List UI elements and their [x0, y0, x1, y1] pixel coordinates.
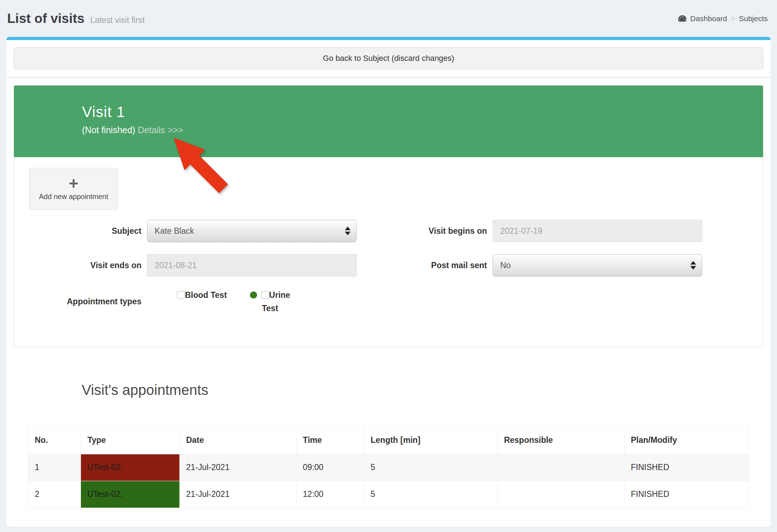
cell-length: 5	[364, 481, 497, 508]
col-plan: Plan/Modify	[624, 426, 749, 454]
subject-select[interactable]: Kate Black	[147, 220, 357, 242]
visit-ends-value: 2021-08-21	[155, 261, 197, 270]
cell-responsible	[497, 481, 624, 508]
main-card: Go back to Subject (discard changes) Vis…	[6, 37, 771, 527]
title-wrap: List of visits Latest visit first	[7, 11, 145, 26]
dashboard-icon	[678, 15, 686, 22]
visit-header: Visit 1 (Not finished) Details >>>	[14, 86, 763, 157]
visit-body: + Add new appointment Subject Kate Black…	[14, 157, 763, 347]
cell-responsible	[497, 454, 624, 481]
cell-type[interactable]: UTest-02,	[81, 454, 179, 481]
cell-length: 5	[364, 454, 497, 481]
breadcrumb: Dashboard > Subjects	[678, 14, 768, 23]
visit-title: Visit 1	[82, 103, 763, 121]
page-title: List of visits	[7, 11, 85, 26]
cell-date: 21-Jul-2021	[179, 481, 296, 508]
select-arrows-icon	[345, 227, 351, 235]
visit-status-line: (Not finished) Details >>>	[82, 125, 763, 135]
post-mail-select[interactable]: No	[493, 254, 702, 276]
go-back-button[interactable]: Go back to Subject (discard changes)	[14, 47, 763, 69]
plus-icon: +	[69, 177, 78, 190]
page-subtitle: Latest visit first	[90, 15, 145, 25]
urine-test-checkbox[interactable]	[261, 291, 269, 299]
visit-status: (Not finished)	[82, 125, 135, 135]
col-responsible: Responsible	[497, 426, 624, 454]
cell-plan: FINISHED	[624, 454, 749, 481]
page-header: List of visits Latest visit first Dashbo…	[0, 0, 777, 37]
subject-label: Subject	[29, 226, 147, 236]
col-no: No.	[28, 426, 81, 454]
cell-plan: FINISHED	[624, 481, 749, 508]
post-mail-label: Post mail sent	[357, 261, 493, 270]
visit-ends-input[interactable]: 2021-08-21	[147, 254, 357, 276]
add-appointment-button[interactable]: + Add new appointment	[29, 168, 118, 210]
col-time: Time	[296, 426, 364, 454]
breadcrumb-dashboard[interactable]: Dashboard	[690, 14, 727, 23]
table-row: 2 UTest-02, 21-Jul-2021 12:00 5 FINISHED	[28, 481, 749, 508]
select-arrows-icon	[690, 261, 696, 270]
cell-time: 09:00	[296, 454, 364, 481]
table-header-row: No. Type Date Time Length [min] Responsi…	[28, 426, 749, 454]
urine-test-option: Urine Test	[243, 289, 297, 315]
cell-no: 1	[28, 454, 81, 481]
visit-ends-label: Visit ends on	[29, 261, 147, 270]
visit-section: Visit 1 (Not finished) Details >>>	[6, 78, 771, 527]
cell-date: 21-Jul-2021	[179, 454, 296, 481]
visit-form: Subject Kate Black Visit begins on 2021-…	[29, 220, 749, 315]
visit-details-link[interactable]: Details >>>	[138, 125, 183, 135]
appointments-heading: Visit's appointments	[82, 382, 763, 398]
table-row: 1 UTest-02, 21-Jul-2021 09:00 5 FINISHED	[28, 454, 749, 481]
visit-begins-value: 2021-07-19	[500, 226, 542, 236]
add-appointment-label: Add new appointment	[39, 193, 108, 201]
breadcrumb-separator: >	[731, 15, 735, 23]
cell-time: 12:00	[296, 481, 364, 508]
subject-select-value: Kate Black	[155, 226, 194, 236]
blood-test-label: Blood Test	[185, 290, 227, 300]
breadcrumb-subjects[interactable]: Subjects	[739, 14, 768, 23]
cell-no: 2	[28, 481, 81, 508]
col-type: Type	[81, 426, 179, 454]
post-mail-select-value: No	[500, 261, 511, 270]
blood-test-checkbox[interactable]	[177, 291, 185, 299]
visit-begins-label: Visit begins on	[357, 226, 493, 236]
appointments-table: No. Type Date Time Length [min] Responsi…	[28, 426, 749, 508]
blood-test-option: Blood Test	[175, 289, 229, 315]
cell-type[interactable]: UTest-02,	[81, 481, 179, 508]
go-back-section: Go back to Subject (discard changes)	[6, 40, 771, 78]
visit-begins-input[interactable]: 2021-07-19	[493, 220, 702, 242]
col-date: Date	[179, 426, 296, 454]
appointment-types-group: Blood Test Urine Test	[147, 289, 702, 315]
appointment-types-label: Appointment types	[29, 297, 147, 306]
col-length: Length [min]	[364, 426, 497, 454]
status-dot-icon	[250, 291, 257, 299]
visit-panel: Visit 1 (Not finished) Details >>>	[14, 85, 763, 347]
